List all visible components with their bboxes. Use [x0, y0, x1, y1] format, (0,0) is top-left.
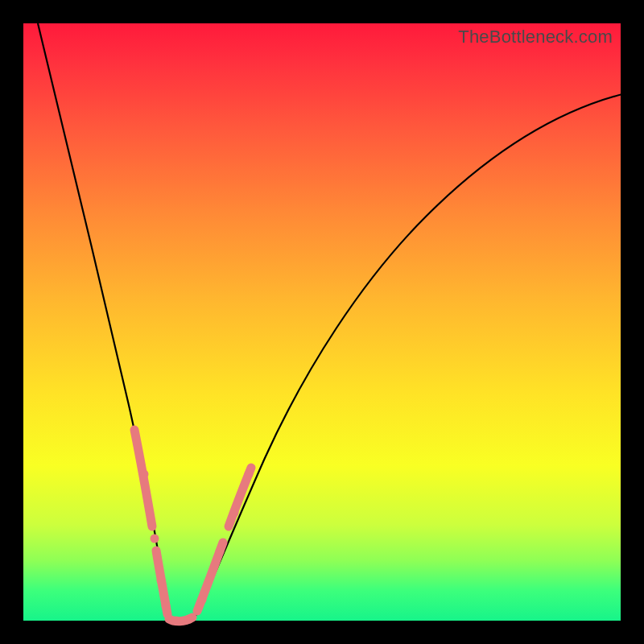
highlight-dot — [162, 602, 171, 611]
highlight-dot — [140, 470, 149, 479]
highlight-dot — [245, 470, 254, 479]
highlight-dot — [198, 596, 207, 605]
highlight-dot — [216, 547, 225, 556]
outer-frame: TheBottleneck.com — [0, 0, 644, 644]
highlight-dot — [230, 509, 239, 518]
curve-right-arm — [196, 94, 622, 616]
highlight-dot — [172, 617, 181, 625]
highlight-dot — [157, 576, 166, 585]
highlight-dot — [151, 535, 159, 543]
plot-area: TheBottleneck.com — [23, 23, 621, 621]
curve-svg — [23, 23, 622, 622]
highlight-dot — [185, 615, 194, 624]
